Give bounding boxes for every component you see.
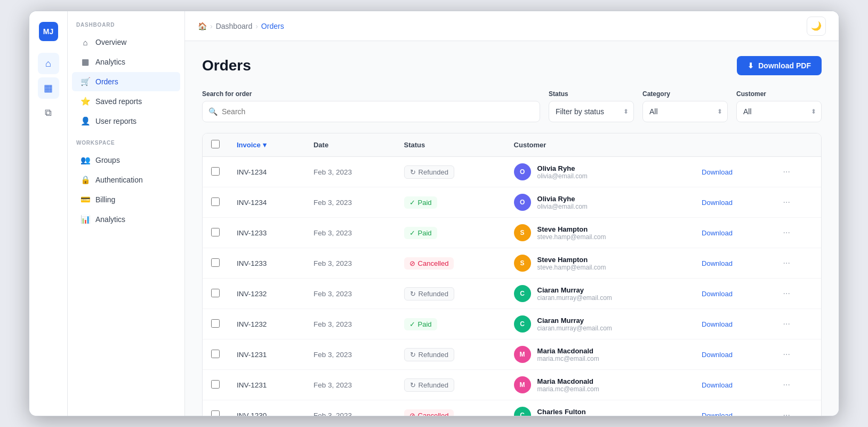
download-link[interactable]: Download bbox=[702, 412, 733, 416]
status-select[interactable]: Filter by status bbox=[549, 101, 634, 122]
sidebar-item-user-reports[interactable]: 👤 User reports bbox=[72, 112, 180, 131]
status-icon: ↻ bbox=[410, 290, 416, 298]
rail-layers-icon[interactable]: ⧉ bbox=[38, 102, 59, 123]
row-checkbox-7[interactable] bbox=[211, 380, 220, 389]
dashboard-section-label: DASHBOARD bbox=[68, 22, 184, 32]
row-checkbox-4[interactable] bbox=[211, 289, 220, 297]
sidebar-item-overview[interactable]: ⌂ Overview bbox=[72, 33, 180, 52]
content-area: Orders ⬇ Download PDF Search for order 🔍… bbox=[185, 41, 839, 416]
download-link[interactable]: Download bbox=[702, 381, 733, 389]
download-cell: Download bbox=[693, 279, 771, 309]
more-cell: ··· bbox=[771, 248, 821, 279]
date-cell: Feb 3, 2023 bbox=[305, 187, 396, 218]
download-link[interactable]: Download bbox=[702, 290, 733, 298]
status-cell: ✓ Paid bbox=[396, 187, 505, 218]
download-link[interactable]: Download bbox=[702, 229, 733, 237]
analytics-ws-icon: 📊 bbox=[81, 215, 90, 224]
sidebar-item-analytics[interactable]: ▦ Analytics bbox=[72, 52, 180, 72]
row-checkbox-cell bbox=[203, 400, 228, 416]
download-link[interactable]: Download bbox=[702, 199, 733, 207]
category-filter-group: Category All ⬍ bbox=[642, 90, 728, 122]
more-options-button[interactable]: ··· bbox=[779, 287, 793, 301]
invoice-cell: INV-1232 bbox=[228, 279, 305, 309]
overview-icon: ⌂ bbox=[81, 37, 90, 47]
table-row: INV-1231 Feb 3, 2023 ↻ Refunded M Maria … bbox=[203, 370, 821, 400]
customer-cell: M Maria Macdonald maria.mc@email.com bbox=[505, 339, 693, 370]
page-header: Orders ⬇ Download PDF bbox=[202, 56, 822, 75]
row-checkbox-cell bbox=[203, 157, 228, 187]
more-options-button[interactable]: ··· bbox=[779, 256, 793, 270]
table-row: INV-1234 Feb 3, 2023 ✓ Paid O Olivia Ryh… bbox=[203, 187, 821, 218]
row-checkbox-5[interactable] bbox=[211, 319, 220, 328]
row-checkbox-0[interactable] bbox=[211, 167, 220, 176]
th-customer: Customer bbox=[505, 133, 693, 157]
table-row: INV-1233 Feb 3, 2023 ✓ Paid S Steve Hamp… bbox=[203, 218, 821, 248]
date-cell: Feb 3, 2023 bbox=[305, 279, 396, 309]
sidebar-item-authentication[interactable]: 🔒 Authentication bbox=[72, 170, 180, 189]
download-cell: Download bbox=[693, 218, 771, 248]
invoice-sort-icon[interactable]: ▾ bbox=[263, 141, 267, 149]
rail-home-icon[interactable]: ⌂ bbox=[38, 53, 59, 74]
invoice-id: INV-1233 bbox=[237, 259, 267, 267]
table-row: INV-1232 Feb 3, 2023 ✓ Paid C Ciaran Mur… bbox=[203, 309, 821, 339]
sidebar-item-orders[interactable]: 🛒 Orders bbox=[72, 72, 180, 91]
row-checkbox-6[interactable] bbox=[211, 350, 220, 358]
download-pdf-button[interactable]: ⬇ Download PDF bbox=[737, 56, 822, 75]
th-invoice[interactable]: Invoice ▾ bbox=[228, 133, 305, 157]
sidebar-item-saved-reports[interactable]: ⭐ Saved reports bbox=[72, 92, 180, 111]
more-options-button[interactable]: ··· bbox=[779, 165, 793, 179]
theme-toggle-button[interactable]: 🌙 bbox=[807, 17, 826, 36]
icon-rail: MJ ⌂ ▦ ⧉ bbox=[29, 11, 68, 416]
customer-select[interactable]: All bbox=[736, 101, 822, 122]
rail-analytics-icon[interactable]: ▦ bbox=[38, 77, 59, 99]
more-options-button[interactable]: ··· bbox=[779, 408, 793, 416]
breadcrumb: 🏠 › Dashboard › Orders bbox=[198, 22, 284, 30]
sidebar-item-billing[interactable]: 💳 Billing bbox=[72, 190, 180, 209]
page-title: Orders bbox=[202, 57, 251, 74]
customer-cell: O Olivia Ryhe olivia@email.com bbox=[505, 187, 693, 218]
download-link[interactable]: Download bbox=[702, 259, 733, 267]
customer-name: Steve Hampton bbox=[537, 256, 606, 264]
more-options-button[interactable]: ··· bbox=[779, 378, 793, 392]
more-options-button[interactable]: ··· bbox=[779, 195, 793, 209]
invoice-cell: INV-1231 bbox=[228, 370, 305, 400]
category-select[interactable]: All bbox=[642, 101, 728, 122]
customer-avatar: O bbox=[514, 194, 531, 211]
status-icon: ↻ bbox=[410, 168, 416, 176]
download-cell: Download bbox=[693, 400, 771, 416]
more-cell: ··· bbox=[771, 187, 821, 218]
invoice-id: INV-1234 bbox=[237, 199, 267, 207]
more-options-button[interactable]: ··· bbox=[779, 347, 793, 361]
breadcrumb-sep-1: › bbox=[210, 22, 213, 30]
row-checkbox-cell bbox=[203, 370, 228, 400]
row-checkbox-8[interactable] bbox=[211, 410, 220, 416]
status-label: Status bbox=[549, 90, 634, 98]
download-link[interactable]: Download bbox=[702, 168, 733, 176]
select-all-checkbox[interactable] bbox=[211, 140, 220, 148]
th-status: Status bbox=[396, 133, 505, 157]
breadcrumb-home-icon[interactable]: 🏠 bbox=[198, 22, 207, 30]
more-options-button[interactable]: ··· bbox=[779, 226, 793, 240]
status-badge: ↻ Refunded bbox=[404, 165, 454, 179]
workspace-section-label: WORKSPACE bbox=[68, 140, 184, 150]
sidebar-item-groups[interactable]: 👥 Groups bbox=[72, 151, 180, 170]
customer-avatar: S bbox=[514, 224, 531, 241]
status-cell: ↻ Refunded bbox=[396, 339, 505, 370]
invoice-id: INV-1233 bbox=[237, 229, 267, 237]
sidebar-item-analytics-ws[interactable]: 📊 Analytics bbox=[72, 210, 180, 229]
breadcrumb-dashboard[interactable]: Dashboard bbox=[216, 22, 253, 30]
row-checkbox-3[interactable] bbox=[211, 258, 220, 267]
invoice-cell: INV-1233 bbox=[228, 218, 305, 248]
download-link[interactable]: Download bbox=[702, 351, 733, 359]
th-date: Date bbox=[305, 133, 396, 157]
breadcrumb-sep-2: › bbox=[255, 22, 258, 30]
row-checkbox-cell bbox=[203, 339, 228, 370]
row-checkbox-cell bbox=[203, 279, 228, 309]
more-options-button[interactable]: ··· bbox=[779, 317, 793, 331]
search-input[interactable] bbox=[202, 101, 540, 122]
customer-email: maria.mc@email.com bbox=[537, 355, 599, 362]
row-checkbox-1[interactable] bbox=[211, 197, 220, 206]
download-pdf-label: Download PDF bbox=[758, 61, 811, 70]
download-link[interactable]: Download bbox=[702, 320, 733, 328]
row-checkbox-2[interactable] bbox=[211, 228, 220, 236]
